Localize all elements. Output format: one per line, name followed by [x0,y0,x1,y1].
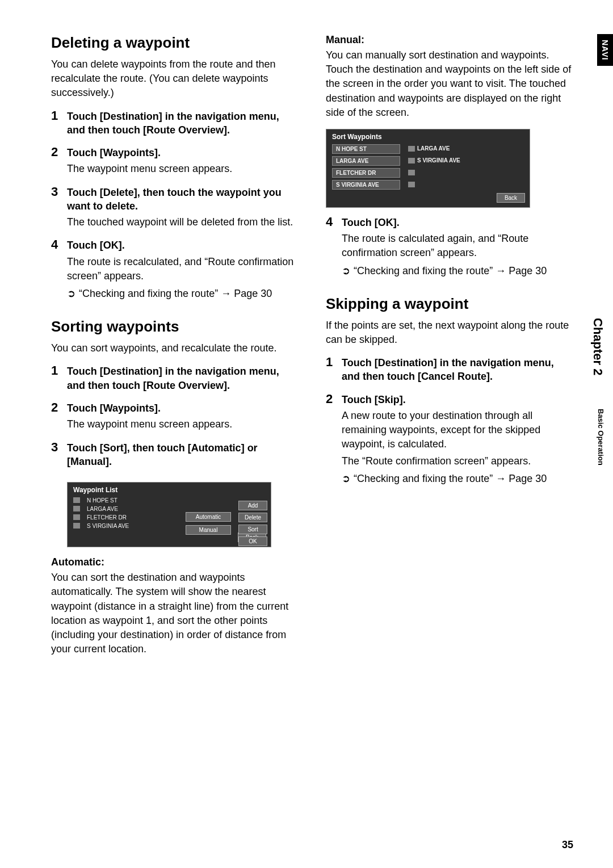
sort-step4-head: Touch [OK]. [342,216,573,229]
steps-deleting: Touch [Destination] in the navigation me… [51,110,299,301]
flag-icon [73,497,80,503]
sort-step3-head: Touch [Sort], then touch [Automatic] or … [67,441,299,469]
del-step4-xref-text: “Checking and fixing the route” → Page 3… [79,288,272,299]
manual-subhead: Manual: [326,34,573,46]
flag-icon [73,514,80,520]
automatic-subhead: Automatic: [51,556,299,568]
skip-step2-xref: ➲“Checking and fixing the route” → Page … [342,472,573,486]
right-column: Manual: You can manually sort destinatio… [326,34,573,665]
ui2-r0: LARGA AVE [417,145,450,152]
skip-step2-body: A new route to your destination through … [342,409,573,452]
del-step2-head: Touch [Waypoints]. [67,146,299,160]
flag-icon [73,523,80,529]
del-step2-body: The waypoint menu screen appears. [67,162,299,176]
del-step1-head: Touch [Destination] in the navigation me… [67,110,299,137]
flag-icon [408,182,415,187]
ui1-row2: FLETCHER DR [87,514,127,521]
heading-skipping: Skipping a waypoint [326,295,573,313]
automatic-body: You can sort the destination and waypoin… [51,571,299,656]
flag-icon [408,146,415,152]
steps-skipping: Touch [Destination] in the navigation me… [326,356,573,486]
ui2-l2[interactable]: FLETCHER DR [332,168,400,178]
ui2-title: Sort Waypoints [326,129,530,143]
del-step3-body: The touched waypoint will be deleted fro… [67,215,299,229]
del-step4-body: The route is recalculated, and “Route co… [67,255,299,283]
del-step4-head: Touch [OK]. [67,238,299,252]
sort-step2-head: Touch [Waypoints]. [67,401,299,415]
del-step3-head: Touch [Delete], then touch the waypoint … [67,186,299,213]
sort-step1-head: Touch [Destination] in the navigation me… [67,364,299,392]
page-number: 35 [562,839,573,851]
ui1-ok-button[interactable]: OK [238,536,267,546]
ui2-l3[interactable]: S VIRGINIA AVE [332,180,400,190]
ui2-r1: S VIRGINIA AVE [417,157,460,163]
sort-step4-body: The route is calculated again, and “Rout… [342,232,573,260]
intro-sorting: You can sort waypoints, and recalculate … [51,341,299,355]
ui1-title: Waypoint List [68,483,271,496]
ui2-l0[interactable]: N HOPE ST [332,144,400,154]
ui2-back-button[interactable]: Back [497,193,525,203]
ui1-manual-button[interactable]: Manual [186,525,231,535]
flag-icon [73,506,80,511]
skip-step2-xref-text: “Checking and fixing the route” → Page 3… [354,473,547,484]
waypoint-list-screenshot: Waypoint List N HOPE ST LARGA AVE FLETCH… [67,482,271,547]
intro-deleting: You can delete waypoints from the route … [51,57,299,100]
sort-step4-xref: ➲“Checking and fixing the route” → Page … [342,264,573,278]
intro-skipping: If the points are set, the next waypoint… [326,318,573,347]
flag-icon [408,170,415,175]
ui2-l1[interactable]: LARGA AVE [332,156,400,166]
skip-step2-body2: The “Route confirmation screen” appears. [342,454,573,468]
skip-step2-head: Touch [Skip]. [342,393,573,406]
del-step4-xref: ➲“Checking and fixing the route” → Page … [67,287,299,301]
sort-waypoints-screenshot: Sort Waypoints N HOPE ST LARGA AVE LARGA… [326,129,530,208]
flag-icon [408,158,415,163]
left-column: Deleting a waypoint You can delete waypo… [51,34,299,665]
heading-sorting: Sorting waypoints [51,318,299,336]
ui1-automatic-button[interactable]: Automatic [186,512,231,522]
steps-sorting: Touch [Destination] in the navigation me… [51,364,299,468]
skip-step1-head: Touch [Destination] in the navigation me… [342,356,573,384]
ui1-row3: S VIRGINIA AVE [87,523,129,529]
sort-step2-body: The waypoint menu screen appears. [67,417,299,431]
steps-sort-ok: Touch [OK]. The route is calculated agai… [326,216,573,278]
heading-deleting: Deleting a waypoint [51,34,299,52]
ui1-add-button[interactable]: Add [238,501,267,510]
manual-body: You can manually sort destination and wa… [326,48,573,120]
ui1-row1: LARGA AVE [87,506,118,512]
ui1-row0: N HOPE ST [87,497,117,504]
sort-step4-xref-text: “Checking and fixing the route” → Page 3… [354,265,547,276]
ui1-delete-button[interactable]: Delete [238,513,267,522]
ui1-sort-button[interactable]: Sort [238,525,267,534]
